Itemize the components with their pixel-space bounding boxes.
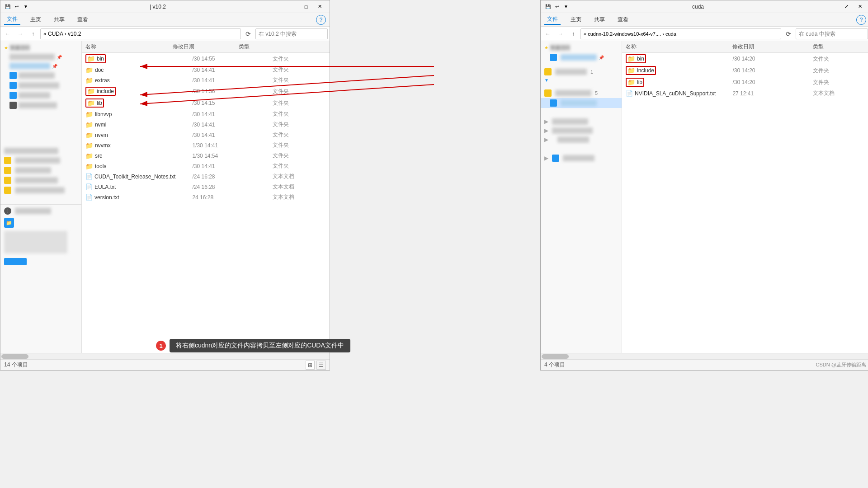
grid-view-icon[interactable]: ⊞ [306,361,315,370]
ribbon-share-btn-r[interactable]: 共享 [591,15,608,24]
sidebar-quick-access[interactable]: ★ 快速访问 [0,43,81,52]
refresh-button-r[interactable]: ⟳ [783,28,794,39]
table-row[interactable]: 📁 lib /30 14:15 文件夹 [82,97,330,109]
help-button-r[interactable]: ? [856,15,866,25]
sidebar-item-4[interactable] [0,80,81,90]
back-button[interactable]: ← [2,28,13,39]
file-name: EULA.txt [94,184,116,190]
file-name: nvvm [95,132,108,138]
table-row[interactable]: 📁 nvml /30 14:41 文件夹 [82,119,330,130]
minimize-button[interactable]: ─ [286,2,299,12]
sidebar-item-3[interactable] [0,70,81,80]
ribbon-file-btn[interactable]: 文件 [4,14,20,25]
close-button[interactable]: ✕ [313,2,326,12]
right-scroll-thumb[interactable] [542,354,569,359]
folder-icon: 📁 [87,88,95,95]
right-sidebar-item-3[interactable]: 5 [541,88,622,98]
sidebar-item-10[interactable] [0,175,81,185]
ribbon-view-btn-r[interactable]: 查看 [615,15,631,24]
right-ribbon: 文件 主页 共享 查看 ? [541,13,868,27]
table-row[interactable]: 📁 doc /30 14:41 文件夹 [82,65,330,75]
up-button[interactable]: ↑ [28,28,38,39]
sidebar-item-12[interactable]: : [0,204,81,216]
right-sidebar-item-expand-2[interactable]: ▶ [541,126,622,135]
right-sidebar-item-expand-3[interactable]: ▶ [541,135,622,144]
annotation-tooltip: 1 将右侧cudnn对应的文件内容拷贝至左侧对应的CUDA文件中 [156,339,350,352]
forward-button[interactable]: → [15,28,26,39]
sidebar-item-5[interactable] [0,90,81,100]
right-sidebar-item-2[interactable]: 1 [541,67,622,77]
bin-highlight: 📁 bin [85,54,106,63]
ribbon-home-btn-r[interactable]: 主页 [568,15,584,24]
folder-icon: 📁 [627,67,635,74]
ribbon-file-btn-r[interactable]: 文件 [544,14,561,25]
refresh-button[interactable]: ⟳ [243,28,254,39]
table-row[interactable]: 📁 lib /30 14:20 文件夹 [622,76,868,88]
sidebar-item-11[interactable] [0,185,81,195]
right-sidebar-cuda-selected[interactable] [541,98,622,108]
tooltip-text: 将右侧cudnn对应的文件内容拷贝至左侧对应的CUDA文件中 [170,339,350,352]
left-ribbon: 文件 主页 共享 查看 ? [0,13,330,27]
right-item-count: 4 个项目 [544,361,565,369]
right-window-controls: ─ ⤢ ✕ [826,2,866,12]
table-row[interactable]: 📄 EULA.txt /24 16:28 文本文档 [82,182,330,192]
address-input[interactable] [40,28,241,39]
search-input-r[interactable] [796,28,868,39]
table-row[interactable]: 📁 bin /30 14:55 文件夹 [82,53,330,65]
table-row[interactable]: 📁 nvvmx 1/30 14:41 文件夹 [82,140,330,150]
table-row[interactable]: 📄 version.txt 24 16:28 文本文档 [82,192,330,202]
folder-icon: 📁 [85,142,93,149]
file-icon: 📄 [85,183,93,190]
left-sidebar: ★ 快速访问 📌 📌 [0,41,82,353]
sidebar-item-2[interactable]: 📌 [0,61,81,70]
right-title-icons: 💾 ↩ ▼ [544,3,570,10]
forward-button-r[interactable]: → [555,28,566,39]
left-scrollbar[interactable] [0,353,330,359]
right-scrollbar[interactable] [541,353,868,359]
maximize-button[interactable]: □ [300,2,312,12]
sidebar-item-8[interactable] [0,155,81,165]
minimize-button-r[interactable]: ─ [826,2,839,12]
sidebar-item-bottom-blue[interactable] [0,257,81,267]
search-input[interactable] [255,28,328,39]
right-sidebar-item-expand-1[interactable]: ▶ [541,117,622,126]
right-sidebar-item-blue-folder[interactable]: ▶ [541,153,622,163]
left-window-controls: ─ □ ✕ [286,2,326,12]
folder-icon: 📁 [85,131,93,139]
back-button-r[interactable]: ← [542,28,553,39]
sidebar-item-6[interactable] [0,100,81,110]
file-name: libnvvp [95,111,112,117]
scroll-thumb[interactable] [1,354,28,359]
address-input-r[interactable] [580,28,781,39]
right-sidebar-quick-access[interactable]: ★ 快速访问 [541,43,622,52]
list-view-icon[interactable]: ☰ [316,361,326,370]
up-button-r[interactable]: ↑ [568,28,579,39]
table-row[interactable]: 📁 src 1/30 14:54 文件夹 [82,150,330,161]
dropdown-icon[interactable]: ▼ [22,3,29,10]
table-row[interactable]: 📁 libnvvp /30 14:41 文件夹 [82,109,330,119]
table-row[interactable]: 📄 CUDA_Toolkit_Release_Notes.txt /24 16:… [82,171,330,182]
ribbon-view-btn[interactable]: 查看 [75,15,91,24]
table-row[interactable]: 📁 include /30 14:20 文件夹 [622,65,868,76]
sidebar-item-1[interactable]: 📌 [0,52,81,61]
ribbon-home-btn[interactable]: 主页 [28,15,44,24]
close-button-r[interactable]: ✕ [854,2,866,12]
sidebar-item-blurred-bottom[interactable] [0,230,81,255]
folder-icon: 📁 [87,55,95,62]
table-row[interactable]: 📁 tools /30 14:41 文件夹 [82,161,330,171]
sidebar-item-7[interactable] [0,146,81,155]
table-row[interactable]: 📁 extras /30 14:41 文件夹 [82,75,330,85]
table-row[interactable]: 📁 nvvm /30 14:41 文件夹 [82,130,330,140]
ribbon-share-btn[interactable]: 共享 [51,15,67,24]
sidebar-item-9[interactable] [0,165,81,175]
file-name: include [97,88,114,94]
dropdown-icon-r[interactable]: ▼ [562,3,570,10]
table-row[interactable]: 📁 bin /30 14:20 文件夹 [622,53,868,65]
table-row[interactable]: 📁 include /30 14:56 文件夹 [82,85,330,97]
right-address-bar: ← → ↑ ⟳ [541,27,868,41]
maximize-button-r[interactable]: ⤢ [840,2,853,12]
table-row[interactable]: 📄 NVIDIA_SLA_cuDNN_Support.txt 27 12:41 … [622,88,868,99]
right-sidebar-item-1[interactable]: 📌 [541,52,622,62]
right-bin-highlight: 📁 bin [626,54,646,63]
help-button[interactable]: ? [316,15,326,25]
